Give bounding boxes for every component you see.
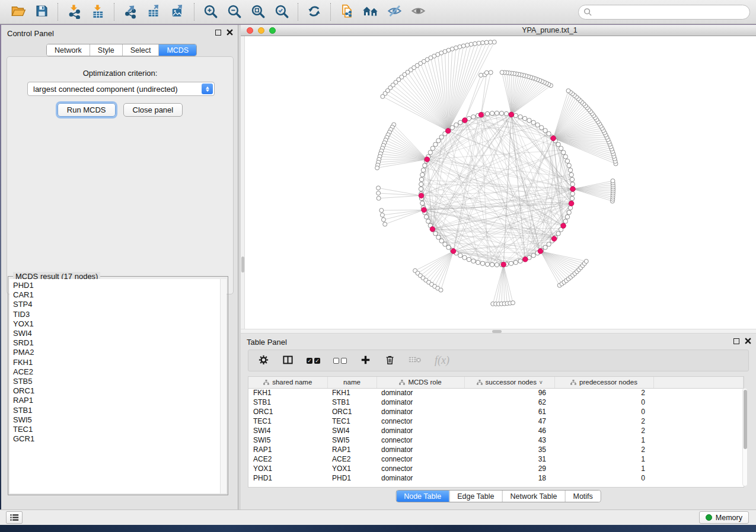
select-stepper-icon [202,84,213,94]
hide-selected-button[interactable] [382,2,406,22]
column-header-predecessor-nodes[interactable]: predecessor nodes [554,377,653,388]
table-cell: ACE2 [327,454,377,464]
mcds-result-item[interactable]: ACE2 [13,367,220,377]
vertical-scroll-thumb[interactable] [241,257,244,273]
table-settings-button[interactable] [258,354,269,367]
mcds-result-item[interactable]: YOX1 [13,319,220,329]
refresh-button[interactable] [302,2,326,22]
table-cell: PHD1 [248,473,327,483]
control-panel-tabs: Network Style Select MCDS [46,44,197,56]
close-panel-icon[interactable] [745,338,751,344]
table-cell: 0 [554,473,653,483]
mcds-buttons-row: Run MCDS Close panel [7,103,233,117]
float-panel-icon[interactable] [733,338,739,344]
window-traffic-lights [247,27,276,34]
mcds-result-item[interactable]: ORC1 [13,386,220,396]
column-header-name[interactable]: name [327,377,377,388]
table-cell: ORC1 [248,407,327,416]
tab-network[interactable]: Network [47,44,90,56]
table-panel-tabs: Node Table Edge Table Network Table Moti… [395,490,601,502]
table-vertical-scrollbar[interactable] [742,388,748,486]
export-table-button[interactable] [142,2,166,22]
tab-style[interactable]: Style [90,44,122,56]
checked-checkbox-icon: ✓ [314,358,320,364]
refresh-icon [307,4,322,21]
mcds-result-item[interactable]: SRD1 [13,338,220,348]
mcds-result-list[interactable]: PHD1CAR1STP4TID3YOX1SWI4SRD1PMA2FKH1ACE2… [9,279,220,493]
zoom-fit-button[interactable] [246,2,270,22]
close-panel-icon[interactable] [227,29,233,36]
show-all-button[interactable] [406,2,430,22]
table-row[interactable]: ACE2ACE2connector311 [248,454,744,464]
select-all-button[interactable]: ✓✓ [307,358,320,364]
tab-edge-table[interactable]: Edge Table [449,491,502,502]
import-table-button[interactable] [86,2,110,22]
import-network-button[interactable] [62,2,86,22]
search-input[interactable] [578,5,750,20]
mcds-result-item[interactable]: STB5 [13,377,220,386]
column-header-shared-name[interactable]: shared name [248,377,327,388]
tab-motifs[interactable]: Motifs [564,491,600,502]
export-network-button[interactable] [119,2,142,22]
mcds-result-item[interactable]: CAR1 [13,290,220,300]
optimization-criterion-select[interactable]: largest connected component (undirected) [27,82,215,96]
mcds-result-item[interactable]: PHD1 [13,281,220,290]
horizontal-scroll-thumb[interactable] [492,330,502,333]
table-row[interactable]: YOX1YOX1connector291 [248,464,744,473]
mcds-list-scrollbar[interactable] [220,279,227,493]
network-canvas[interactable] [241,36,756,329]
table-scroll-thumb[interactable] [744,390,747,449]
table-row[interactable]: STB1STB1dominator620 [248,398,744,407]
column-header-successor-nodes[interactable]: successor nodesv [464,377,554,388]
table-row[interactable]: TEC1TEC1connector472 [248,416,744,426]
open-file-button[interactable] [6,2,30,22]
zoom-selected-button[interactable] [270,2,294,22]
show-column-panel-button[interactable] [282,354,294,367]
export-image-icon [170,4,186,21]
network-horizontal-scrollbar[interactable] [241,329,756,333]
network-graph[interactable] [241,36,756,329]
table-row[interactable]: RAP1RAP1dominator352 [248,445,744,454]
clone-network-button[interactable] [335,2,359,22]
table-cell: 35 [464,445,554,454]
table-row[interactable]: SWI4SWI4dominator462 [248,426,744,435]
tab-mcds[interactable]: MCDS [158,44,196,56]
table-row[interactable]: PHD1PHD1dominator180 [248,473,744,483]
mcds-result-item[interactable]: SWI4 [13,329,220,338]
network-vertical-scrollbar[interactable] [241,36,245,329]
mcds-result-item[interactable]: STP4 [13,300,220,309]
deselect-all-button[interactable] [333,358,347,364]
delete-column-button[interactable] [384,354,395,367]
export-image-button[interactable] [166,2,190,22]
tab-network-table[interactable]: Network Table [502,491,565,502]
mcds-result-item[interactable]: TID3 [13,310,220,319]
first-neighbors-button[interactable] [359,2,382,22]
run-mcds-button[interactable]: Run MCDS [58,103,116,117]
mcds-result-item[interactable]: RAP1 [13,396,220,405]
table-row[interactable]: SWI5SWI5connector431 [248,435,744,445]
mcds-result-item[interactable]: PMA2 [13,348,220,357]
tab-node-table[interactable]: Node Table [396,491,449,502]
mcds-result-item[interactable]: GCR1 [13,434,220,444]
minimize-window-icon[interactable] [258,27,264,34]
maximize-window-icon[interactable] [269,27,276,34]
add-column-button[interactable] [360,354,371,367]
mcds-result-item[interactable]: SWI5 [13,415,220,425]
network-window-titlebar[interactable]: YPA_prune.txt_1 [241,25,756,36]
zoom-out-button[interactable] [222,2,246,22]
float-panel-icon[interactable] [215,30,221,36]
table-cell: 29 [464,464,554,473]
mcds-result-item[interactable]: STB1 [13,406,220,415]
close-panel-button[interactable]: Close panel [123,103,183,117]
save-session-button[interactable] [30,2,53,22]
mcds-result-item[interactable]: FKH1 [13,358,220,367]
tab-select[interactable]: Select [122,44,159,56]
zoom-in-button[interactable] [199,2,222,22]
mcds-result-item[interactable]: TEC1 [13,425,220,434]
memory-button[interactable]: Memory [699,511,749,524]
table-row[interactable]: FKH1FKH1dominator962 [248,388,744,398]
table-row[interactable]: ORC1ORC1dominator610 [248,407,744,416]
column-header-MCDS-role[interactable]: MCDS role [377,377,464,388]
task-history-button[interactable] [6,511,23,524]
close-window-icon[interactable] [247,27,253,34]
